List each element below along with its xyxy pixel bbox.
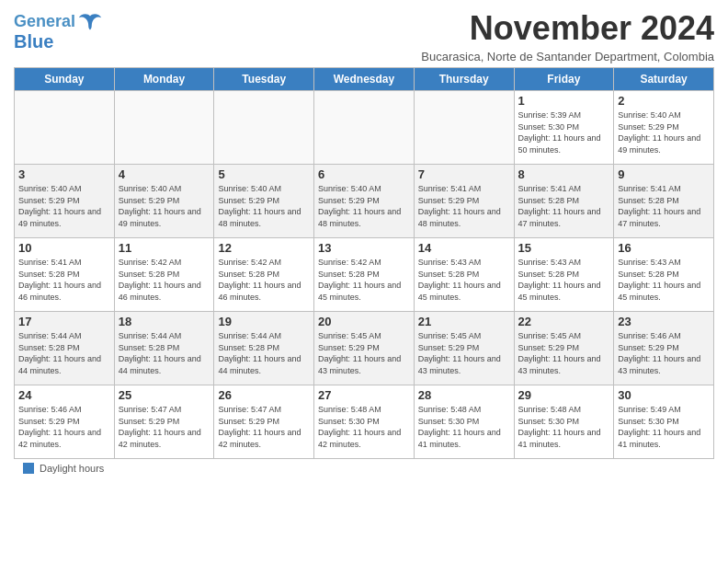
title-block: November 2024 Bucarasica, Norte de Santa… bbox=[421, 9, 714, 63]
day-info: Sunrise: 5:41 AM Sunset: 5:29 PM Dayligh… bbox=[418, 183, 510, 229]
day-number: 29 bbox=[518, 388, 610, 402]
calendar-cell bbox=[214, 91, 314, 165]
day-info: Sunrise: 5:42 AM Sunset: 5:28 PM Dayligh… bbox=[119, 257, 210, 303]
calendar-cell: 8Sunrise: 5:41 AM Sunset: 5:28 PM Daylig… bbox=[514, 165, 614, 238]
day-info: Sunrise: 5:43 AM Sunset: 5:28 PM Dayligh… bbox=[618, 257, 710, 303]
legend-label: Daylight hours bbox=[40, 463, 104, 474]
calendar-cell: 18Sunrise: 5:44 AM Sunset: 5:28 PM Dayli… bbox=[114, 312, 214, 385]
day-number: 3 bbox=[18, 167, 110, 181]
day-info: Sunrise: 5:47 AM Sunset: 5:29 PM Dayligh… bbox=[119, 404, 210, 450]
day-number: 21 bbox=[418, 315, 510, 328]
calendar-cell: 20Sunrise: 5:45 AM Sunset: 5:29 PM Dayli… bbox=[314, 312, 415, 385]
calendar-cell: 23Sunrise: 5:46 AM Sunset: 5:29 PM Dayli… bbox=[614, 312, 714, 385]
logo-bird-icon bbox=[77, 9, 103, 35]
day-number: 27 bbox=[318, 388, 410, 402]
calendar-cell bbox=[15, 91, 115, 165]
calendar-cell: 4Sunrise: 5:40 AM Sunset: 5:29 PM Daylig… bbox=[114, 165, 214, 238]
day-info: Sunrise: 5:42 AM Sunset: 5:28 PM Dayligh… bbox=[318, 257, 410, 303]
calendar-cell: 22Sunrise: 5:45 AM Sunset: 5:29 PM Dayli… bbox=[514, 312, 614, 385]
calendar-cell: 29Sunrise: 5:48 AM Sunset: 5:30 PM Dayli… bbox=[514, 385, 614, 459]
day-info: Sunrise: 5:40 AM Sunset: 5:29 PM Dayligh… bbox=[318, 183, 410, 229]
day-number: 24 bbox=[18, 388, 110, 402]
day-number: 18 bbox=[119, 315, 210, 328]
col-header-friday: Friday bbox=[514, 68, 614, 91]
day-info: Sunrise: 5:48 AM Sunset: 5:30 PM Dayligh… bbox=[418, 404, 510, 450]
day-number: 6 bbox=[318, 167, 410, 181]
week-row-0: 1Sunrise: 5:39 AM Sunset: 5:30 PM Daylig… bbox=[15, 91, 714, 165]
calendar-cell: 28Sunrise: 5:48 AM Sunset: 5:30 PM Dayli… bbox=[414, 385, 514, 459]
calendar-cell: 15Sunrise: 5:43 AM Sunset: 5:28 PM Dayli… bbox=[514, 238, 614, 312]
day-number: 30 bbox=[618, 388, 710, 402]
day-info: Sunrise: 5:40 AM Sunset: 5:29 PM Dayligh… bbox=[218, 183, 310, 229]
col-header-thursday: Thursday bbox=[414, 68, 514, 91]
day-number: 10 bbox=[18, 241, 110, 255]
page-container: General Blue November 2024 Bucarasica, N… bbox=[0, 0, 728, 483]
day-number: 11 bbox=[119, 241, 210, 255]
day-info: Sunrise: 5:41 AM Sunset: 5:28 PM Dayligh… bbox=[618, 183, 710, 229]
calendar-cell: 30Sunrise: 5:49 AM Sunset: 5:30 PM Dayli… bbox=[614, 385, 714, 459]
calendar-cell: 25Sunrise: 5:47 AM Sunset: 5:29 PM Dayli… bbox=[114, 385, 214, 459]
logo-text-blue: Blue bbox=[14, 31, 53, 52]
col-header-monday: Monday bbox=[114, 68, 214, 91]
header: General Blue November 2024 Bucarasica, N… bbox=[14, 9, 714, 63]
day-number: 15 bbox=[518, 241, 610, 255]
calendar-cell: 7Sunrise: 5:41 AM Sunset: 5:29 PM Daylig… bbox=[414, 165, 514, 238]
week-row-2: 10Sunrise: 5:41 AM Sunset: 5:28 PM Dayli… bbox=[15, 238, 714, 312]
calendar-cell: 16Sunrise: 5:43 AM Sunset: 5:28 PM Dayli… bbox=[614, 238, 714, 312]
day-number: 1 bbox=[518, 94, 610, 108]
day-info: Sunrise: 5:49 AM Sunset: 5:30 PM Dayligh… bbox=[618, 404, 710, 450]
day-info: Sunrise: 5:42 AM Sunset: 5:28 PM Dayligh… bbox=[218, 257, 310, 303]
calendar-cell: 12Sunrise: 5:42 AM Sunset: 5:28 PM Dayli… bbox=[214, 238, 314, 312]
calendar-cell: 27Sunrise: 5:48 AM Sunset: 5:30 PM Dayli… bbox=[314, 385, 415, 459]
calendar-cell: 14Sunrise: 5:43 AM Sunset: 5:28 PM Dayli… bbox=[414, 238, 514, 312]
day-info: Sunrise: 5:40 AM Sunset: 5:29 PM Dayligh… bbox=[119, 183, 210, 229]
col-header-saturday: Saturday bbox=[614, 68, 714, 91]
logo-text: General bbox=[14, 13, 75, 31]
calendar-cell: 26Sunrise: 5:47 AM Sunset: 5:29 PM Dayli… bbox=[214, 385, 314, 459]
day-number: 5 bbox=[218, 167, 310, 181]
day-info: Sunrise: 5:44 AM Sunset: 5:28 PM Dayligh… bbox=[119, 330, 210, 376]
week-row-1: 3Sunrise: 5:40 AM Sunset: 5:29 PM Daylig… bbox=[15, 165, 714, 238]
legend-dot bbox=[23, 463, 34, 474]
day-number: 25 bbox=[119, 388, 210, 402]
logo: General Blue bbox=[14, 9, 103, 52]
day-number: 13 bbox=[318, 241, 410, 255]
day-number: 9 bbox=[618, 167, 710, 181]
day-info: Sunrise: 5:41 AM Sunset: 5:28 PM Dayligh… bbox=[518, 183, 610, 229]
calendar-cell bbox=[314, 91, 415, 165]
day-info: Sunrise: 5:40 AM Sunset: 5:29 PM Dayligh… bbox=[18, 183, 110, 229]
month-title: November 2024 bbox=[421, 9, 714, 48]
week-row-4: 24Sunrise: 5:46 AM Sunset: 5:29 PM Dayli… bbox=[15, 385, 714, 459]
col-header-tuesday: Tuesday bbox=[214, 68, 314, 91]
day-info: Sunrise: 5:44 AM Sunset: 5:28 PM Dayligh… bbox=[18, 330, 110, 376]
day-info: Sunrise: 5:39 AM Sunset: 5:30 PM Dayligh… bbox=[518, 109, 610, 155]
calendar-cell: 5Sunrise: 5:40 AM Sunset: 5:29 PM Daylig… bbox=[214, 165, 314, 238]
day-info: Sunrise: 5:46 AM Sunset: 5:29 PM Dayligh… bbox=[18, 404, 110, 450]
day-info: Sunrise: 5:40 AM Sunset: 5:29 PM Dayligh… bbox=[618, 109, 710, 155]
calendar-cell bbox=[414, 91, 514, 165]
day-info: Sunrise: 5:45 AM Sunset: 5:29 PM Dayligh… bbox=[518, 330, 610, 376]
day-number: 23 bbox=[618, 315, 710, 328]
day-info: Sunrise: 5:45 AM Sunset: 5:29 PM Dayligh… bbox=[318, 330, 410, 376]
calendar-cell: 17Sunrise: 5:44 AM Sunset: 5:28 PM Dayli… bbox=[15, 312, 115, 385]
calendar-cell: 11Sunrise: 5:42 AM Sunset: 5:28 PM Dayli… bbox=[114, 238, 214, 312]
day-info: Sunrise: 5:48 AM Sunset: 5:30 PM Dayligh… bbox=[518, 404, 610, 450]
day-number: 8 bbox=[518, 167, 610, 181]
day-number: 17 bbox=[18, 315, 110, 328]
header-row: SundayMondayTuesdayWednesdayThursdayFrid… bbox=[15, 68, 714, 91]
calendar-cell: 9Sunrise: 5:41 AM Sunset: 5:28 PM Daylig… bbox=[614, 165, 714, 238]
day-number: 28 bbox=[418, 388, 510, 402]
calendar-cell: 19Sunrise: 5:44 AM Sunset: 5:28 PM Dayli… bbox=[214, 312, 314, 385]
day-info: Sunrise: 5:43 AM Sunset: 5:28 PM Dayligh… bbox=[518, 257, 610, 303]
location: Bucarasica, Norte de Santander Departmen… bbox=[421, 50, 714, 63]
calendar-cell: 2Sunrise: 5:40 AM Sunset: 5:29 PM Daylig… bbox=[614, 91, 714, 165]
day-info: Sunrise: 5:44 AM Sunset: 5:28 PM Dayligh… bbox=[218, 330, 310, 376]
calendar-table: SundayMondayTuesdayWednesdayThursdayFrid… bbox=[14, 67, 714, 459]
week-row-3: 17Sunrise: 5:44 AM Sunset: 5:28 PM Dayli… bbox=[15, 312, 714, 385]
day-number: 22 bbox=[518, 315, 610, 328]
day-info: Sunrise: 5:47 AM Sunset: 5:29 PM Dayligh… bbox=[218, 404, 310, 450]
calendar-cell: 6Sunrise: 5:40 AM Sunset: 5:29 PM Daylig… bbox=[314, 165, 415, 238]
day-info: Sunrise: 5:45 AM Sunset: 5:29 PM Dayligh… bbox=[418, 330, 510, 376]
day-number: 16 bbox=[618, 241, 710, 255]
day-number: 7 bbox=[418, 167, 510, 181]
